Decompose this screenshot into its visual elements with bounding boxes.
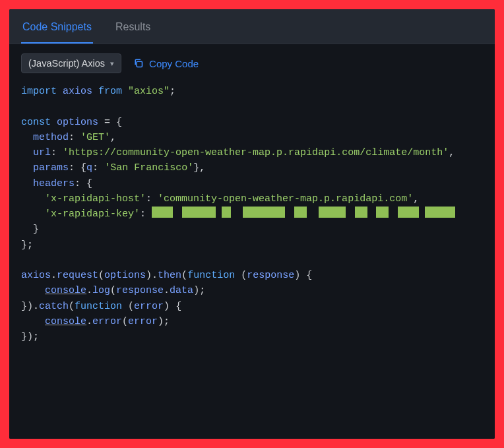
code-toolbar: (JavaScript) Axios ▾ Copy Code xyxy=(9,44,495,80)
redacted-api-key xyxy=(152,207,455,218)
copy-icon xyxy=(133,58,144,69)
language-select-label: (JavaScript) Axios xyxy=(28,58,105,69)
tab-results[interactable]: Results xyxy=(114,9,152,44)
code-block[interactable]: import axios from "axios"; const options… xyxy=(21,84,483,344)
code-panel: Code Snippets Results (JavaScript) Axios… xyxy=(9,9,495,439)
copy-code-button[interactable]: Copy Code xyxy=(133,58,199,69)
tab-bar: Code Snippets Results xyxy=(9,9,495,44)
tab-code-snippets[interactable]: Code Snippets xyxy=(21,9,93,44)
copy-code-label: Copy Code xyxy=(149,58,199,69)
svg-rect-0 xyxy=(137,61,142,67)
chevron-down-icon: ▾ xyxy=(110,59,114,68)
language-select[interactable]: (JavaScript) Axios ▾ xyxy=(21,53,121,73)
code-area: import axios from "axios"; const options… xyxy=(9,80,495,439)
